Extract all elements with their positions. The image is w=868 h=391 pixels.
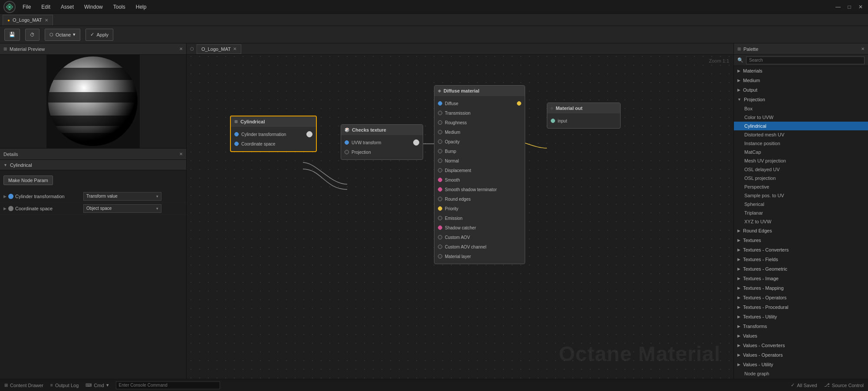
palette-category-textures[interactable]: ▶Textures [734,235,868,245]
canvas-tab-close[interactable]: ✕ [233,46,237,51]
palette-item-matcap[interactable]: MatCap [734,148,868,156]
palette-category-projection[interactable]: ▼Projection [734,95,868,104]
node-checks-title: Checks texture [352,127,386,133]
file-tab-o-logo-mat[interactable]: ● O_Logo_MAT ✕ [3,15,53,25]
palette-category-values---operators[interactable]: ▶Values - Operators [734,350,868,360]
tab-close[interactable]: ✕ [45,18,48,23]
source-control-button[interactable]: ⎇ Source Control [824,382,864,388]
apply-button[interactable]: ✓ Apply [85,29,113,41]
palette-category-textures---geometric[interactable]: ▶Textures - Geometric [734,264,868,274]
palette-category-textures---mapping[interactable]: ▶Textures - Mapping [734,283,868,293]
node-port-shadow-catcher: Shadow catcher [434,223,525,232]
palette-item-instance-position[interactable]: Instance position [734,139,868,148]
node-checks-body: UVW transform Projection [341,135,423,159]
port-dot-normal [438,159,442,163]
category-label: Transforms [743,324,767,329]
category-arrow-icon: ▶ [737,353,740,357]
palette-item-color-to-uvw[interactable]: Color to UVW [734,113,868,122]
node-cylindrical[interactable]: ⊞ Cylindrical Cylinder transformation Co… [230,116,317,152]
palette-category-textures---operators[interactable]: ▶Textures - Operators [734,293,868,302]
toggle-cylinder-transform[interactable] [306,131,312,137]
menu-tools[interactable]: Tools [111,3,128,11]
palette-item-triplanar[interactable]: Triplanar [734,209,868,217]
palette-category-textures---image[interactable]: ▶Textures - Image [734,274,868,283]
category-arrow-icon: ▶ [737,295,740,300]
canvas-tab-o-logo-mat[interactable]: O_Logo_MAT ✕ [197,44,241,54]
palette-item-distorted-mesh-uv[interactable]: Distorted mesh UV [734,130,868,139]
palette-item-box[interactable]: Box [734,104,868,113]
palette-category-medium[interactable]: ▶Medium [734,76,868,85]
palette-category-values---converters[interactable]: ▶Values - Converters [734,341,868,350]
palette-item-spherical[interactable]: Spherical [734,200,868,209]
menu-bar: File Edit Asset Window Tools Help [20,3,834,11]
port-label-custom-aov: Custom AOV [445,235,470,240]
node-port-diffuse: Diffuse [434,99,525,108]
content-drawer-button[interactable]: ⊞ Content Drawer [4,383,43,388]
palette-item-cylindrical[interactable]: Cylindrical [734,122,868,130]
cmd-button[interactable]: ⌨ Cmd ▾ [85,382,108,388]
close-button[interactable]: ✕ [857,3,865,11]
palette-item-perspective[interactable]: Perspective [734,182,868,191]
menu-asset[interactable]: Asset [58,3,76,11]
menu-window[interactable]: Window [82,3,105,11]
coordinate-space-dropdown[interactable]: Object space ▾ [83,204,161,213]
detail-expand-arrow2[interactable]: ▶ [3,206,7,211]
cylinder-transform-dropdown[interactable]: Transform value ▾ [83,192,161,201]
port-label-custom-aov-channel: Custom AOV channel [445,245,487,249]
node-port-cylinder-transform: Cylinder transformation [231,129,316,139]
port-label-smooth-shadow: Smooth shadow terminator [445,187,497,192]
palette-item-xyz-to-uvw[interactable]: XYZ to UVW [734,217,868,226]
palette-category-values---utility[interactable]: ▶Values - Utility [734,360,868,369]
category-arrow-icon: ▶ [737,69,740,73]
octane-button[interactable]: ⬡ Octane ▾ [45,29,80,41]
source-control-icon: ⎇ [824,382,830,388]
material-preview-close[interactable]: ✕ [179,46,183,51]
palette-icon: ⊞ [737,46,741,51]
palette-close[interactable]: ✕ [861,46,865,51]
palette-category-textures---fields[interactable]: ▶Textures - Fields [734,255,868,264]
palette-category-output[interactable]: ▶Output [734,85,868,95]
details-section-cylindrical[interactable]: ▼ Cylindrical [0,160,186,170]
palette-category-values[interactable]: ▶Values [734,331,868,341]
history-button[interactable]: ⏱ [25,29,39,41]
cylinder-transform-label: ▶ Cylinder transformation [3,194,82,199]
palette-category-textures---converters[interactable]: ▶Textures - Converters [734,245,868,255]
canvas-area[interactable]: ⬡ O_Logo_MAT ✕ Zoom 1:1 [187,43,733,379]
port-out-diffuse [517,101,521,106]
output-log-label: Output Log [55,383,79,388]
palette-search: 🔍 [734,55,868,66]
history-icon: ⏱ [30,32,35,37]
node-diffuse-material[interactable]: ◈ Diffuse material Diffuse Transmission [434,85,525,264]
menu-edit[interactable]: Edit [39,3,53,11]
maximize-button[interactable]: □ [845,3,853,11]
node-checks-texture[interactable]: 🎲 Checks texture UVW transform Projectio… [341,124,423,160]
palette-search-input[interactable] [746,56,865,64]
save-button[interactable]: 💾 [4,29,20,41]
minimize-button[interactable]: — [834,3,842,11]
details-close[interactable]: ✕ [179,152,183,156]
palette-category-round-edges[interactable]: ▶Round Edges [734,226,868,235]
coordinate-space-label: ▶ Coordinate space [3,206,82,211]
palette-item-osl-projection[interactable]: OSL projection [734,174,868,182]
category-label: Textures - Converters [743,247,789,252]
node-port-normal: Normal [434,156,525,166]
output-log-button[interactable]: ≡ Output Log [50,383,79,388]
palette-item-osl-delayed-uv[interactable]: OSL delayed UV [734,165,868,174]
toggle-uvw[interactable] [413,139,419,146]
detail-expand-arrow[interactable]: ▶ [3,194,7,199]
console-input[interactable] [116,381,220,389]
details-title: Details [3,152,18,157]
menu-help[interactable]: Help [133,3,149,11]
palette-item-mesh-uv-projection[interactable]: Mesh UV projection [734,156,868,165]
palette-category-materials[interactable]: ▶Materials [734,66,868,76]
port-label-shadow-catcher: Shadow catcher [445,225,476,230]
palette-category-transforms[interactable]: ▶Transforms [734,321,868,331]
palette-category-textures---procedural[interactable]: ▶Textures - Procedural [734,302,868,312]
menu-file[interactable]: File [20,3,33,11]
make-node-param-button[interactable]: Make Node Param [3,176,53,185]
palette-category-textures---utility[interactable]: ▶Textures - Utility [734,312,868,321]
palette-item-node-graph[interactable]: Node graph [734,369,868,378]
port-dot-emission [438,216,442,220]
palette-item-sample-pos.-to-uv[interactable]: Sample pos. to UV [734,191,868,200]
node-material-out[interactable]: ○ Material out input [547,103,621,129]
